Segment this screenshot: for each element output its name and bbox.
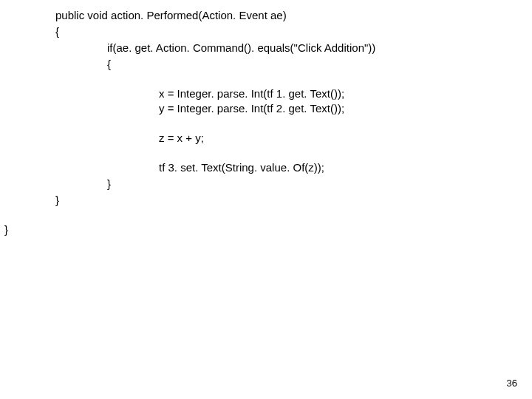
code-line-10: } (55, 194, 59, 207)
code-line-3: if(ae. get. Action. Command(). equals("C… (107, 41, 375, 55)
code-line-1: public void action. Performed(Action. Ev… (55, 9, 287, 22)
code-line-5: x = Integer. parse. Int(tf 1. get. Text(… (159, 87, 344, 100)
code-line-8: tf 3. set. Text(String. value. Of(z)); (159, 161, 324, 174)
code-line-11: } (4, 223, 8, 236)
code-line-6: y = Integer. parse. Int(tf 2. get. Text(… (159, 102, 344, 115)
code-line-4: { (107, 58, 111, 71)
page-number: 36 (507, 378, 517, 389)
code-line-2: { (55, 25, 59, 38)
code-line-7: z = x + y; (159, 132, 204, 145)
code-line-9: } (107, 177, 111, 191)
